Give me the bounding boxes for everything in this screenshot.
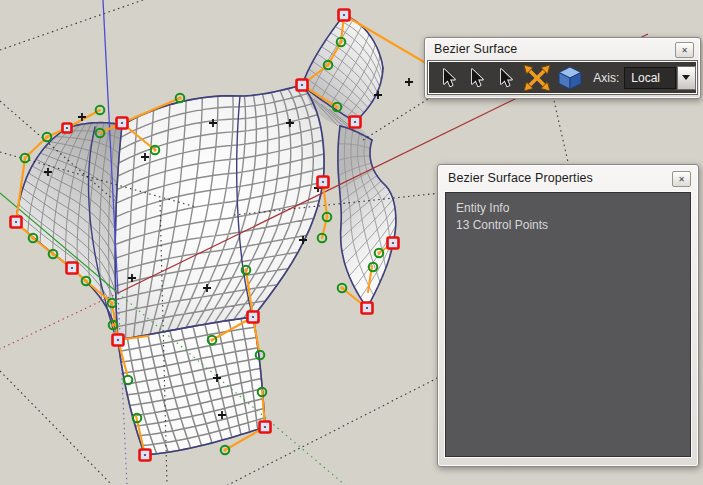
anchor-point[interactable] — [362, 303, 373, 314]
application-canvas: Bezier Surface ✕ — [0, 0, 703, 485]
edit-surface-tool-button[interactable] — [557, 66, 583, 90]
anchor-point[interactable] — [63, 124, 72, 133]
close-icon[interactable]: ✕ — [672, 171, 691, 187]
close-icon[interactable]: ✕ — [675, 42, 694, 58]
anchor-point[interactable] — [318, 177, 329, 188]
anchor-point[interactable] — [350, 117, 361, 128]
entity-info-panel: Entity Info 13 Control Points — [445, 192, 691, 457]
toolbar-titlebar[interactable]: Bezier Surface ✕ — [425, 38, 700, 60]
move-control-point-tool-button[interactable] — [523, 65, 551, 91]
axis-dropdown[interactable]: Local — [624, 67, 676, 89]
anchor-point[interactable] — [67, 263, 78, 274]
control-points-count: 13 Control Points — [456, 217, 680, 234]
cursor-icon — [468, 68, 484, 88]
anchor-point[interactable] — [140, 450, 151, 461]
anchor-point[interactable] — [388, 238, 399, 249]
anchor-point[interactable] — [297, 80, 308, 91]
remove-control-point-tool-button[interactable] — [495, 68, 514, 88]
anchor-point[interactable] — [339, 10, 350, 21]
cursor-icon — [440, 68, 456, 88]
cursor-icon — [497, 68, 513, 88]
anchor-point[interactable] — [11, 217, 22, 228]
axis-dropdown-button[interactable] — [677, 66, 696, 90]
anchor-point[interactable] — [248, 312, 259, 323]
window-title: Bezier Surface Properties — [448, 171, 593, 185]
bezier-surface-toolbar[interactable]: Bezier Surface ✕ — [424, 37, 701, 99]
add-control-point-tool-button[interactable] — [466, 68, 485, 88]
select-tool-button[interactable] — [438, 68, 457, 88]
cube-icon — [557, 66, 583, 90]
tool-panel: Axis: Local — [428, 61, 697, 94]
properties-titlebar[interactable]: Bezier Surface Properties ✕ — [438, 165, 698, 191]
anchor-point[interactable] — [260, 422, 271, 433]
entity-info-label: Entity Info — [456, 200, 680, 217]
axis-label: Axis: — [593, 71, 619, 85]
anchor-point[interactable] — [117, 118, 128, 129]
bezier-surface-properties-window[interactable]: Bezier Surface Properties ✕ Entity Info … — [437, 164, 699, 467]
axis-dropdown-value: Local — [631, 71, 660, 85]
move-arrows-icon — [523, 65, 551, 91]
chevron-down-icon — [682, 75, 690, 80]
window-title: Bezier Surface — [434, 42, 517, 56]
anchor-point[interactable] — [113, 335, 124, 346]
